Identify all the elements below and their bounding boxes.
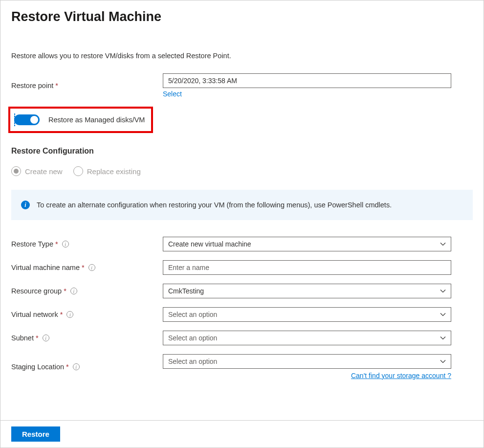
restore-button[interactable]: Restore [11, 426, 60, 442]
info-icon[interactable]: i [70, 288, 77, 294]
info-icon[interactable]: i [66, 311, 73, 318]
info-banner: i To create an alternate configuration w… [11, 190, 473, 220]
required-indicator: * [55, 82, 58, 90]
restore-type-label: Restore Type* i [11, 240, 163, 248]
resource-group-select[interactable]: CmkTesting [163, 284, 451, 298]
page-title: Restore Virtual Machine [11, 9, 473, 24]
restore-point-label: Restore point* [11, 82, 163, 90]
info-icon[interactable]: i [62, 241, 69, 247]
radio-create-new[interactable]: Create new [11, 166, 63, 176]
restore-point-input[interactable] [163, 73, 451, 88]
subnet-select[interactable]: Select an option [163, 331, 451, 345]
chevron-down-icon [440, 241, 446, 247]
footer: Restore [0, 420, 484, 448]
restore-type-select[interactable]: Create new virtual machine [163, 237, 451, 251]
radio-circle-icon [73, 166, 83, 176]
restore-point-select-link[interactable]: Select [163, 90, 182, 98]
managed-disks-toggle[interactable] [14, 114, 40, 125]
chevron-down-icon [440, 288, 446, 294]
info-icon[interactable]: i [43, 335, 49, 341]
vm-name-label: Virtual machine name* i [11, 264, 163, 271]
radio-replace-existing[interactable]: Replace existing [73, 166, 141, 176]
virtual-network-select[interactable]: Select an option [163, 307, 451, 322]
staging-location-select[interactable]: Select an option [163, 354, 451, 369]
chevron-down-icon [440, 358, 446, 364]
info-icon[interactable]: i [88, 264, 95, 271]
toggle-knob [30, 116, 38, 124]
restore-config-radio-group: Create new Replace existing [11, 166, 473, 176]
vm-name-input[interactable] [163, 260, 451, 275]
chevron-down-icon [440, 312, 446, 317]
info-banner-text: To create an alternate configuration whe… [37, 201, 392, 209]
chevron-down-icon [440, 335, 446, 341]
page-description: Restore allows you to restore VM/disks f… [11, 52, 473, 60]
virtual-network-label: Virtual network* i [11, 311, 163, 318]
info-icon[interactable]: i [73, 363, 80, 370]
radio-circle-icon [11, 166, 21, 176]
staging-location-label: Staging Location* i [11, 363, 163, 371]
subnet-label: Subnet* i [11, 334, 163, 342]
managed-disks-toggle-highlight: Restore as Managed disks/VM [8, 107, 153, 133]
resource-group-label: Resource group* i [11, 287, 163, 295]
storage-account-help-link[interactable]: Can't find your storage account ? [163, 372, 451, 380]
managed-disks-toggle-label: Restore as Managed disks/VM [48, 116, 145, 124]
info-icon: i [21, 201, 30, 209]
restore-configuration-heading: Restore Configuration [11, 147, 473, 156]
